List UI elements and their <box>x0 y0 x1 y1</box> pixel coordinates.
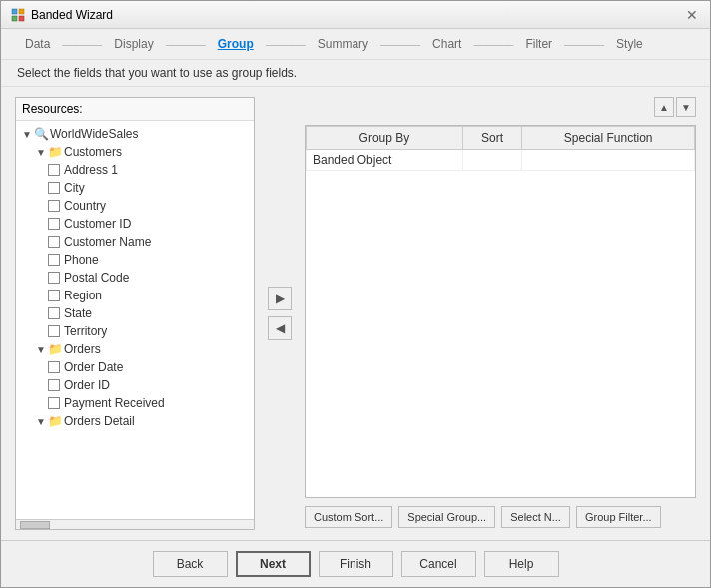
dialog-footer: Back Next Finish Cancel Help <box>1 540 710 587</box>
move-left-button[interactable]: ◀ <box>268 316 292 340</box>
nav-item-summary[interactable]: Summary <box>310 37 376 51</box>
tree-node-postalcode[interactable]: Postal Code <box>16 269 254 287</box>
address1-label: Address 1 <box>64 163 118 177</box>
tree-root-node[interactable]: ▼ 🔍 WorldWideSales <box>16 125 254 143</box>
tree-node-customerid[interactable]: Customer ID <box>16 215 254 233</box>
svg-rect-3 <box>19 16 24 21</box>
territory-label: Territory <box>64 324 107 338</box>
postalcode-checkbox[interactable] <box>48 272 60 284</box>
nav-item-chart[interactable]: Chart <box>424 37 469 51</box>
tree-node-region[interactable]: Region <box>16 287 254 304</box>
svg-rect-0 <box>12 9 17 14</box>
horizontal-scrollbar[interactable] <box>16 519 254 529</box>
group-table: Group By Sort Special Function Banded Ob… <box>305 125 696 498</box>
updown-arrows: ▲ ▼ <box>305 97 696 117</box>
customerid-label: Customer ID <box>64 217 131 231</box>
col-header-sort: Sort <box>462 127 521 150</box>
city-label: City <box>64 181 85 195</box>
cell-groupby: Banded Object <box>307 150 463 171</box>
wizard-nav: Data ———— Display ———— Group ———— Summar… <box>1 29 710 60</box>
special-group-button[interactable]: Special Group... <box>398 506 495 528</box>
tree-node-orders[interactable]: ▼ 📁 Orders <box>16 340 254 358</box>
finish-button[interactable]: Finish <box>319 551 393 577</box>
move-up-button[interactable]: ▲ <box>654 97 674 117</box>
orders-label: Orders <box>64 342 101 356</box>
root-label: WorldWideSales <box>50 127 138 141</box>
tree-node-state[interactable]: State <box>16 304 254 322</box>
tree-node-address1[interactable]: Address 1 <box>16 161 254 179</box>
svg-rect-2 <box>12 16 17 21</box>
action-buttons-row: Custom Sort... Special Group... Select N… <box>305 504 696 530</box>
nav-item-group[interactable]: Group <box>210 37 262 51</box>
search-icon: 🔍 <box>34 127 48 141</box>
col-header-specialfunction: Special Function <box>522 127 695 150</box>
select-n-button[interactable]: Select N... <box>501 506 570 528</box>
ordersdetail-toggle[interactable]: ▼ <box>34 414 48 428</box>
dialog-title: Banded Wizard <box>31 8 113 22</box>
move-right-button[interactable]: ▶ <box>268 287 292 310</box>
paymentreceived-checkbox[interactable] <box>48 397 60 409</box>
state-label: State <box>64 306 92 320</box>
phone-checkbox[interactable] <box>48 254 60 266</box>
customers-toggle[interactable]: ▼ <box>34 145 48 159</box>
country-label: Country <box>64 199 106 213</box>
resource-tree-panel: Resources: ▼ 🔍 WorldWideSales ▼ 📁 Custom… <box>15 97 255 530</box>
tree-node-orderid[interactable]: Order ID <box>16 376 254 394</box>
phone-label: Phone <box>64 253 99 267</box>
nav-item-filter[interactable]: Filter <box>517 37 560 51</box>
tree-node-customername[interactable]: Customer Name <box>16 233 254 251</box>
territory-checkbox[interactable] <box>48 325 60 337</box>
paymentreceived-label: Payment Received <box>64 396 165 410</box>
postalcode-label: Postal Code <box>64 271 129 285</box>
nav-item-style[interactable]: Style <box>608 37 651 51</box>
main-content: Resources: ▼ 🔍 WorldWideSales ▼ 📁 Custom… <box>1 87 710 540</box>
move-down-button[interactable]: ▼ <box>676 97 696 117</box>
orderdate-label: Order Date <box>64 360 123 374</box>
orderid-label: Order ID <box>64 378 110 392</box>
title-bar: Banded Wizard ✕ <box>1 1 710 29</box>
customername-checkbox[interactable] <box>48 236 60 248</box>
page-subtitle: Select the fields that you want to use a… <box>1 60 710 87</box>
tree-node-paymentreceived[interactable]: Payment Received <box>16 394 254 412</box>
nav-item-display[interactable]: Display <box>106 37 161 51</box>
country-checkbox[interactable] <box>48 200 60 212</box>
group-config-panel: ▲ ▼ Group By Sort Special Function <box>305 97 696 530</box>
orders-folder-icon: 📁 <box>48 342 62 356</box>
orderid-checkbox[interactable] <box>48 379 60 391</box>
orderdate-checkbox[interactable] <box>48 361 60 373</box>
back-button[interactable]: Back <box>153 551 228 577</box>
close-button[interactable]: ✕ <box>684 7 700 23</box>
orders-toggle[interactable]: ▼ <box>34 342 48 356</box>
customername-label: Customer Name <box>64 235 151 249</box>
group-filter-button[interactable]: Group Filter... <box>576 506 661 528</box>
table-row: Banded Object <box>307 150 695 171</box>
help-button[interactable]: Help <box>484 551 559 577</box>
customers-label: Customers <box>64 145 122 159</box>
cancel-button[interactable]: Cancel <box>401 551 476 577</box>
dialog-window: Banded Wizard ✕ Data ———— Display ———— G… <box>0 0 711 588</box>
tree-node-territory[interactable]: Territory <box>16 322 254 340</box>
address1-checkbox[interactable] <box>48 164 60 176</box>
nav-item-data[interactable]: Data <box>17 37 58 51</box>
custom-sort-button[interactable]: Custom Sort... <box>305 506 392 528</box>
title-bar-left: Banded Wizard <box>11 8 113 22</box>
tree-node-ordersdetail[interactable]: ▼ 📁 Orders Detail <box>16 412 254 430</box>
tree-container[interactable]: ▼ 🔍 WorldWideSales ▼ 📁 Customers Address… <box>16 121 254 519</box>
resources-label: Resources: <box>16 98 254 121</box>
customerid-checkbox[interactable] <box>48 218 60 230</box>
city-checkbox[interactable] <box>48 182 60 194</box>
col-header-groupby: Group By <box>307 127 463 150</box>
root-toggle[interactable]: ▼ <box>20 127 34 141</box>
state-checkbox[interactable] <box>48 307 60 319</box>
tree-node-orderdate[interactable]: Order Date <box>16 358 254 376</box>
region-label: Region <box>64 289 102 302</box>
next-button[interactable]: Next <box>236 551 311 577</box>
tree-node-phone[interactable]: Phone <box>16 251 254 269</box>
region-checkbox[interactable] <box>48 290 60 301</box>
folder-icon: 📁 <box>48 145 62 159</box>
tree-node-country[interactable]: Country <box>16 197 254 215</box>
ordersdetail-label: Orders Detail <box>64 414 135 428</box>
tree-node-city[interactable]: City <box>16 179 254 197</box>
cell-specialfunction <box>522 150 695 171</box>
tree-node-customers[interactable]: ▼ 📁 Customers <box>16 143 254 161</box>
